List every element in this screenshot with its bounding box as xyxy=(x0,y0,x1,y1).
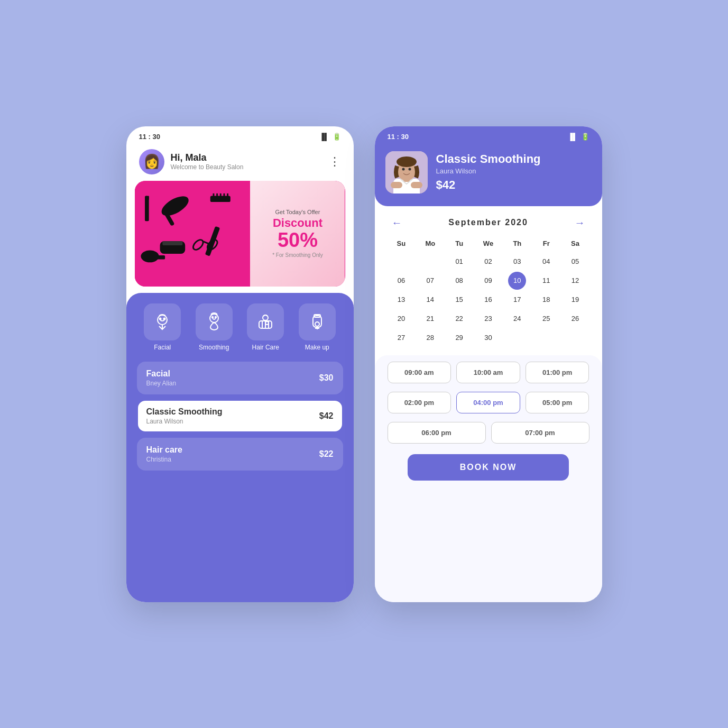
greeting-block: Hi, Mala Welcome to Beauty Salon xyxy=(171,152,244,171)
cal-day-18[interactable]: 18 xyxy=(537,291,555,309)
haircare-icon xyxy=(255,311,276,333)
cal-day-24[interactable]: 24 xyxy=(508,310,526,328)
svg-rect-10 xyxy=(162,241,182,245)
facial-label: Facial xyxy=(154,344,171,351)
svg-point-42 xyxy=(402,168,404,170)
svg-point-22 xyxy=(164,318,165,319)
status-icons-left: ▐▌ 🔋 xyxy=(319,133,340,141)
cal-day-9[interactable]: 09 xyxy=(479,272,497,290)
cal-day-26[interactable]: 26 xyxy=(566,310,584,328)
tools-illustration xyxy=(135,183,251,284)
cal-day-16[interactable]: 16 xyxy=(479,291,497,309)
category-facial[interactable]: Facial xyxy=(144,303,181,351)
service-smoothing[interactable]: Classic Smoothing Laura Wilson $42 xyxy=(137,400,343,432)
cal-day-3[interactable]: 03 xyxy=(508,253,526,271)
banner-discount: Discount xyxy=(273,216,322,230)
svg-point-24 xyxy=(212,316,213,317)
cal-day-17[interactable]: 17 xyxy=(508,291,526,309)
cal-header-mo: Mo xyxy=(416,237,444,252)
category-makeup[interactable]: Make up xyxy=(299,303,336,351)
cal-day-28[interactable]: 28 xyxy=(421,329,439,347)
cal-day-7[interactable]: 07 xyxy=(421,272,439,290)
cal-day-19[interactable]: 19 xyxy=(566,291,584,309)
promo-banner: Get Today's Offer Discount 50% * For Smo… xyxy=(135,181,345,287)
time-slot-1pm[interactable]: 01:00 pm xyxy=(526,362,589,383)
prev-month-button[interactable]: ← xyxy=(388,215,407,231)
app-header: 👩 Hi, Mala Welcome to Beauty Salon ⋮ xyxy=(126,145,354,181)
svg-point-31 xyxy=(265,321,269,325)
book-now-button[interactable]: BOOK NOW xyxy=(408,454,569,481)
cal-day-21[interactable]: 21 xyxy=(421,310,439,328)
avatar: 👩 xyxy=(139,149,164,174)
time-slot-10am[interactable]: 10:00 am xyxy=(456,362,520,383)
cal-day-2[interactable]: 02 xyxy=(479,253,497,271)
banner-text: Get Today's Offer Discount 50% * For Smo… xyxy=(250,181,345,287)
svg-rect-45 xyxy=(411,182,422,188)
service-haircare[interactable]: Hair care Christina $22 xyxy=(137,438,343,471)
booking-stylist: Laura Wilson xyxy=(436,167,541,175)
cal-day-4[interactable]: 04 xyxy=(537,253,555,271)
cal-day-15[interactable]: 15 xyxy=(450,291,468,309)
cal-day-27[interactable]: 27 xyxy=(392,329,410,347)
cal-day-6[interactable]: 06 xyxy=(392,272,410,290)
category-haircare[interactable]: Hair Care xyxy=(247,303,284,351)
next-month-button[interactable]: → xyxy=(570,215,589,231)
svg-point-25 xyxy=(215,316,216,317)
service-facial-name: Facial xyxy=(146,369,177,379)
cal-header-sa: Sa xyxy=(561,237,589,252)
cal-header-su: Su xyxy=(388,237,416,252)
facial-icon-box xyxy=(144,303,181,340)
banner-percent: 50% xyxy=(278,230,318,250)
time-slot-5pm[interactable]: 05:00 pm xyxy=(526,392,589,413)
signal-icon: ▐▌ xyxy=(319,133,329,141)
calendar-section: ← September 2020 → Su Mo Tu We Th Fr Sa … xyxy=(375,206,602,355)
banner-offer: Get Today's Offer xyxy=(275,209,320,215)
service-smoothing-sub: Laura Wilson xyxy=(146,418,223,425)
svg-point-20 xyxy=(158,315,167,325)
time-slot-4pm[interactable]: 04:00 pm xyxy=(456,392,520,413)
haircare-label: Hair Care xyxy=(252,344,279,351)
time-slot-2pm[interactable]: 02:00 pm xyxy=(388,392,451,413)
time-grid-row1: 09:00 am 10:00 am 01:00 pm xyxy=(388,362,589,383)
cal-day-8[interactable]: 08 xyxy=(450,272,468,290)
svg-point-43 xyxy=(408,168,411,170)
booking-header: Classic Smoothing Laura Wilson $42 xyxy=(375,145,602,206)
cal-day-13[interactable]: 13 xyxy=(392,291,410,309)
cal-day-30[interactable]: 30 xyxy=(479,329,497,347)
service-facial[interactable]: Facial Bney Alian $30 xyxy=(137,362,343,394)
time-slot-9am[interactable]: 09:00 am xyxy=(388,362,451,383)
cal-day-22[interactable]: 22 xyxy=(450,310,468,328)
svg-rect-16 xyxy=(227,193,228,197)
time-section: 09:00 am 10:00 am 01:00 pm 02:00 pm 04:0… xyxy=(375,355,602,602)
cal-day-12[interactable]: 12 xyxy=(566,272,584,290)
menu-dots-icon[interactable]: ⋮ xyxy=(329,155,341,169)
makeup-icon xyxy=(307,311,328,333)
left-phone: 11 : 30 ▐▌ 🔋 👩 Hi, Mala Welcome to Beaut… xyxy=(126,126,354,602)
cal-day-11[interactable]: 11 xyxy=(537,272,555,290)
cal-day-5[interactable]: 05 xyxy=(566,253,584,271)
cal-day-10[interactable]: 10 xyxy=(508,272,526,290)
category-smoothing[interactable]: Smoothing xyxy=(196,303,233,351)
cal-day-29[interactable]: 29 xyxy=(450,329,468,347)
time-slot-7pm[interactable]: 07:00 pm xyxy=(491,422,589,444)
time-right: 11 : 30 xyxy=(388,133,409,141)
svg-rect-2 xyxy=(145,196,146,201)
facial-icon xyxy=(152,311,173,333)
greeting-sub: Welcome to Beauty Salon xyxy=(171,163,244,171)
cal-day-25[interactable]: 25 xyxy=(537,310,555,328)
svg-rect-15 xyxy=(223,193,225,197)
categories: Facial Smoothing xyxy=(137,303,343,351)
cal-day-23[interactable]: 23 xyxy=(479,310,497,328)
cal-day-1[interactable]: 01 xyxy=(450,253,468,271)
smoothing-icon xyxy=(204,311,225,333)
svg-rect-14 xyxy=(219,193,221,197)
battery-icon: 🔋 xyxy=(333,133,341,141)
calendar-nav: ← September 2020 → xyxy=(388,215,589,231)
service-facial-sub: Bney Alian xyxy=(146,380,177,387)
time-slot-6pm[interactable]: 06:00 pm xyxy=(388,422,486,444)
smoothing-icon-box xyxy=(196,303,233,340)
service-facial-price: $30 xyxy=(319,373,334,383)
svg-rect-12 xyxy=(213,193,214,197)
cal-day-14[interactable]: 14 xyxy=(421,291,439,309)
cal-day-20[interactable]: 20 xyxy=(392,310,410,328)
